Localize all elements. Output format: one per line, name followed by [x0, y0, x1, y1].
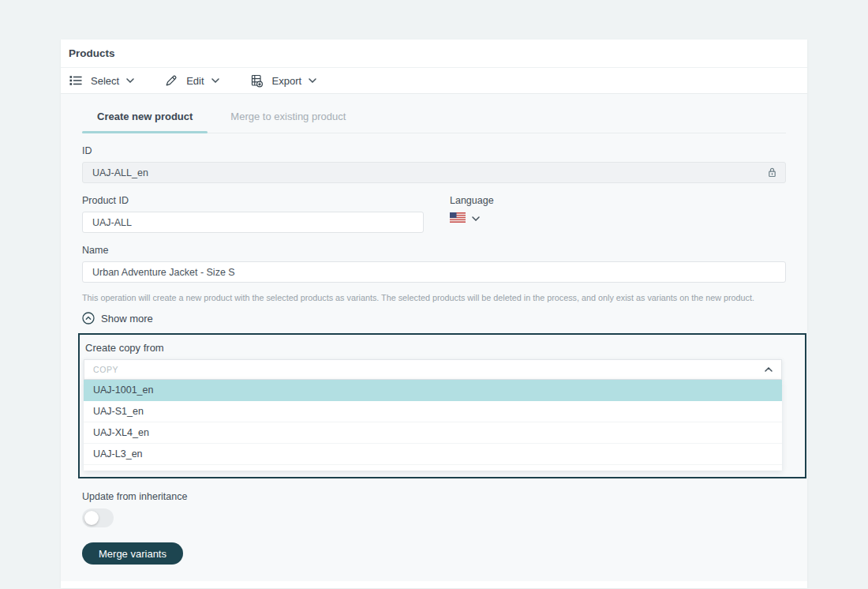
copy-option[interactable]: UAJ-1001_en	[84, 380, 782, 401]
chevron-down-icon	[211, 78, 219, 83]
show-more-label: Show more	[101, 313, 153, 325]
export-menu-button[interactable]: Export	[272, 75, 317, 87]
chevron-up-circle-icon	[82, 312, 95, 325]
name-field[interactable]: Urban Adventure Jacket - Size S	[82, 261, 786, 283]
product-id-label: Product ID	[82, 195, 424, 206]
export-menu-label: Export	[272, 75, 302, 87]
tab-content: Create new product Merge to existing pro…	[61, 94, 807, 581]
pencil-icon[interactable]	[164, 73, 178, 88]
language-select[interactable]	[450, 212, 494, 226]
tab-create-new-product[interactable]: Create new product	[82, 106, 208, 133]
name-label: Name	[82, 245, 786, 256]
copy-options-overflow	[84, 465, 782, 471]
name-value: Urban Adventure Jacket - Size S	[92, 267, 235, 278]
select-menu-button[interactable]: Select	[91, 75, 134, 87]
tab-merge-to-existing[interactable]: Merge to existing product	[215, 106, 361, 133]
create-copy-label: Create copy from	[85, 342, 805, 354]
chevron-up-icon	[765, 367, 773, 372]
show-more-toggle[interactable]: Show more	[82, 312, 786, 325]
chevron-down-icon	[472, 216, 480, 221]
id-label: ID	[82, 145, 786, 156]
products-panel: Products Select Ed	[61, 39, 807, 588]
tab-bar: Create new product Merge to existing pro…	[82, 106, 786, 133]
lock-icon	[767, 167, 777, 181]
product-id-value: UAJ-ALL	[92, 217, 132, 228]
table-download-icon[interactable]	[249, 73, 264, 88]
copy-option[interactable]: UAJ-L3_en	[84, 444, 782, 465]
create-copy-section: Create copy from COPY UAJ-1001_en UAJ-S1…	[78, 333, 806, 478]
id-field: UAJ-ALL_en	[82, 162, 786, 183]
copy-option[interactable]: UAJ-XL4_en	[84, 422, 782, 444]
copy-options-list: UAJ-1001_en UAJ-S1_en UAJ-XL4_en UAJ-L3_…	[84, 380, 782, 471]
select-menu-label: Select	[91, 75, 119, 87]
copy-combobox-placeholder: COPY	[93, 365, 118, 374]
product-id-field[interactable]: UAJ-ALL	[82, 212, 424, 233]
merge-variants-button[interactable]: Merge variants	[82, 542, 183, 565]
copy-option[interactable]: UAJ-S1_en	[84, 401, 782, 422]
toolbar: Select Edit	[61, 68, 807, 94]
page-title: Products	[69, 47, 115, 59]
copy-combobox[interactable]: COPY	[84, 359, 782, 380]
edit-menu-button[interactable]: Edit	[186, 75, 219, 87]
us-flag-icon	[450, 212, 466, 226]
toggle-knob	[84, 511, 99, 525]
operation-helper-text: This operation will create a new product…	[82, 293, 786, 302]
update-inheritance-toggle[interactable]	[82, 508, 114, 527]
panel-header: Products	[61, 39, 807, 68]
chevron-down-icon	[126, 78, 134, 83]
language-label: Language	[450, 195, 494, 206]
panel-footer	[61, 581, 807, 588]
id-value: UAJ-ALL_en	[92, 167, 148, 178]
update-inheritance-label: Update from inheritance	[82, 491, 786, 502]
chevron-down-icon	[309, 78, 316, 83]
edit-menu-label: Edit	[186, 75, 204, 87]
select-list-icon[interactable]	[69, 73, 83, 88]
